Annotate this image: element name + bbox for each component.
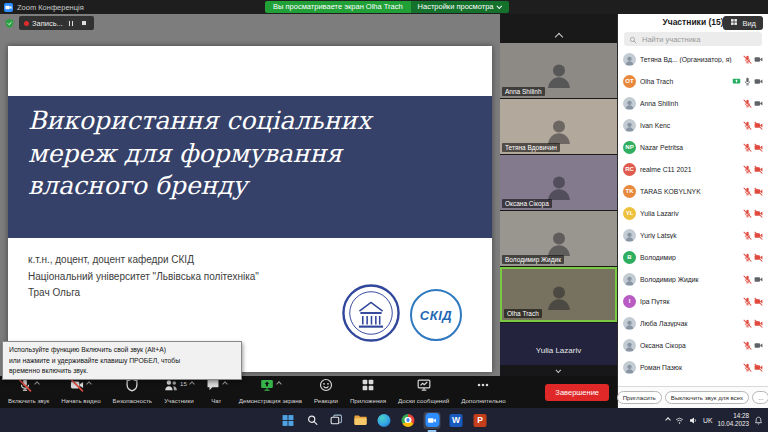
view-button[interactable]: Вид xyxy=(723,16,763,30)
toolbar-button-participants[interactable]: 15Участники xyxy=(158,376,200,408)
camera-off-icon[interactable] xyxy=(754,231,763,240)
participant-row[interactable]: Anna Shilinh xyxy=(618,92,768,114)
camera-on-icon[interactable] xyxy=(754,275,763,284)
toolbar-button-whiteboards[interactable]: Доски сообщений xyxy=(392,376,455,408)
participant-row[interactable]: TKTARAS KOBYLNYK xyxy=(618,180,768,202)
camera-off-icon[interactable] xyxy=(754,187,763,196)
toolbar-button-share-screen[interactable]: Демонстрация экрана xyxy=(233,376,308,408)
mic-muted-icon[interactable] xyxy=(743,165,752,174)
stop-recording-button[interactable] xyxy=(79,18,89,28)
toolbar-button-security[interactable]: Безопасность xyxy=(107,376,158,408)
camera-off-icon[interactable] xyxy=(754,297,763,306)
camera-off-icon[interactable] xyxy=(754,143,763,152)
toolbar-button-start-video[interactable]: Начать видео xyxy=(55,376,106,408)
file-explorer-icon[interactable] xyxy=(352,412,369,429)
chevron-up-icon[interactable] xyxy=(87,381,93,387)
keyboard-language[interactable]: UK xyxy=(703,417,712,424)
participant-row[interactable]: ІІра Путяк xyxy=(618,290,768,312)
participant-row[interactable]: YLYulia Lazariv xyxy=(618,202,768,224)
taskbar-clock[interactable]: 14:28 10.04.2023 xyxy=(717,412,749,428)
scroll-down-button[interactable] xyxy=(500,365,617,376)
participant-row[interactable]: Оксана Сікора xyxy=(618,334,768,356)
zoom-taskbar-icon[interactable] xyxy=(424,412,441,429)
chrome-icon[interactable] xyxy=(400,412,417,429)
viewing-banner-label: Вы просматриваете экран Olha Trach xyxy=(265,1,411,13)
toolbar-button-reactions[interactable]: Реакции xyxy=(308,376,344,408)
participant-search[interactable] xyxy=(624,32,762,46)
camera-off-icon[interactable] xyxy=(754,121,763,130)
speaker-icon[interactable] xyxy=(689,411,698,429)
mic-muted-icon[interactable] xyxy=(743,319,752,328)
video-tile[interactable]: Оксана Сікора xyxy=(500,155,617,210)
view-settings-button[interactable]: Настройки просмотра xyxy=(411,1,509,13)
word-icon[interactable]: W xyxy=(448,412,465,429)
chevron-up-icon[interactable] xyxy=(34,381,40,387)
mic-muted-icon[interactable] xyxy=(743,121,752,130)
video-tile[interactable]: Володимир Жидик xyxy=(500,211,617,266)
more-options-button[interactable]: ... xyxy=(752,391,768,404)
notifications-icon[interactable] xyxy=(754,411,763,429)
start-button[interactable] xyxy=(280,412,297,429)
taskbar-search-icon[interactable] xyxy=(304,412,321,429)
camera-off-icon[interactable] xyxy=(754,319,763,328)
camera-off-icon[interactable] xyxy=(754,209,763,218)
presentation-slide: Використання соціальних мереж для формув… xyxy=(8,46,492,372)
lviv-polytechnic-logo xyxy=(342,284,400,346)
mic-muted-icon[interactable] xyxy=(743,55,752,64)
avatar xyxy=(623,229,636,242)
mic-muted-icon[interactable] xyxy=(743,253,752,262)
mic-muted-icon[interactable] xyxy=(743,231,752,240)
participant-row[interactable]: Володимир Жидик xyxy=(618,268,768,290)
toolbar-button-more[interactable]: Дополнительно xyxy=(455,376,512,408)
participant-row[interactable]: Тетяна Вд... (Организатор, я) xyxy=(618,48,768,70)
mic-on-icon[interactable] xyxy=(743,77,752,86)
participant-row[interactable]: ВВолодимир xyxy=(618,246,768,268)
chevron-up-icon[interactable] xyxy=(189,381,195,387)
slide-title-block: Використання соціальних мереж для формув… xyxy=(8,96,492,238)
chevron-up-icon[interactable] xyxy=(222,381,228,387)
video-tile[interactable]: Тетяна Вдовичин xyxy=(500,99,617,154)
participant-row[interactable]: OTOlha Trach xyxy=(618,70,768,92)
mic-muted-icon[interactable] xyxy=(743,99,752,108)
mute-all-button[interactable]: Выключить звук для всех xyxy=(665,391,749,404)
mic-muted-icon[interactable] xyxy=(743,341,752,350)
end-meeting-button[interactable]: Завершение xyxy=(545,384,609,401)
toolbar-button-unmute[interactable]: Включить звук xyxy=(2,376,55,408)
search-input[interactable] xyxy=(640,34,757,45)
participant-row[interactable]: Ivan Kenc xyxy=(618,114,768,136)
task-view-icon[interactable] xyxy=(328,412,345,429)
mic-muted-icon[interactable] xyxy=(743,363,752,372)
camera-off-icon[interactable] xyxy=(754,165,763,174)
camera-off-icon[interactable] xyxy=(754,363,763,372)
video-tile[interactable]: Olha Trach xyxy=(500,267,617,322)
pause-recording-button[interactable] xyxy=(66,18,76,28)
wifi-icon[interactable] xyxy=(675,411,684,429)
scroll-up-button[interactable] xyxy=(500,31,617,43)
camera-on-icon[interactable] xyxy=(754,77,763,86)
toolbar-button-label: Демонстрация экрана xyxy=(239,397,302,404)
edge-icon[interactable] xyxy=(376,412,393,429)
chevron-up-icon[interactable] xyxy=(276,381,282,387)
encryption-shield-icon[interactable] xyxy=(4,18,15,29)
camera-on-icon[interactable] xyxy=(754,55,763,64)
participant-row[interactable]: Люба Лазурчак xyxy=(618,312,768,334)
tile-name-label: Olha Trach xyxy=(504,309,542,318)
mic-muted-icon[interactable] xyxy=(743,275,752,284)
camera-on-icon[interactable] xyxy=(754,341,763,350)
mic-muted-icon[interactable] xyxy=(743,143,752,152)
participant-row[interactable]: Yuriy Latsyk xyxy=(618,224,768,246)
invite-button[interactable]: Пригласить xyxy=(617,391,662,404)
tray-chevron-icon[interactable] xyxy=(665,417,671,423)
participant-row[interactable]: Роман Пазюк xyxy=(618,356,768,378)
camera-off-icon[interactable] xyxy=(754,253,763,262)
video-tile[interactable]: Anna Shilinh xyxy=(500,43,617,98)
powerpoint-icon[interactable]: P xyxy=(472,412,489,429)
mic-muted-icon[interactable] xyxy=(743,297,752,306)
toolbar-button-apps[interactable]: Приложения xyxy=(344,376,392,408)
mic-muted-icon[interactable] xyxy=(743,209,752,218)
participant-row[interactable]: RCrealme C11 2021 xyxy=(618,158,768,180)
mic-muted-icon[interactable] xyxy=(743,187,752,196)
toolbar-button-chat[interactable]: Чат xyxy=(200,376,233,408)
camera-on-icon[interactable] xyxy=(754,99,763,108)
participant-row[interactable]: NPNazar Petritsa xyxy=(618,136,768,158)
